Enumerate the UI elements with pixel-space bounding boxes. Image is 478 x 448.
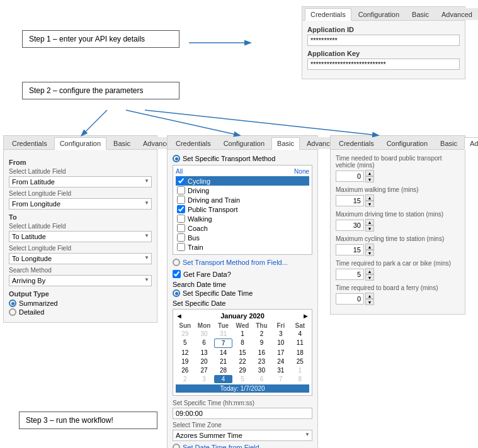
ferry-time-input[interactable] <box>336 293 364 305</box>
cal-day[interactable]: 29 <box>233 366 251 374</box>
transport-item-walking[interactable]: Walking <box>176 214 309 223</box>
cal-day[interactable]: 23 <box>253 357 271 366</box>
max-cycle-station-input[interactable] <box>336 244 364 255</box>
app-key-input[interactable] <box>307 59 460 70</box>
to-lng-select[interactable]: To Longitude <box>9 253 152 264</box>
tab-basic-right[interactable]: Basic <box>435 137 463 149</box>
cal-day[interactable]: 20 <box>195 357 213 366</box>
cal-day[interactable]: 18 <box>291 349 309 357</box>
specific-time-input[interactable] <box>173 408 312 419</box>
cal-day[interactable]: 10 <box>271 339 290 348</box>
tab-credentials-top[interactable]: Credentials <box>305 8 351 21</box>
transport-item-coach[interactable]: Coach <box>176 223 309 233</box>
cal-day[interactable]: 5 <box>233 375 251 383</box>
cal-day[interactable]: 29 <box>176 330 194 338</box>
max-walk-input[interactable] <box>336 195 364 206</box>
cal-day[interactable]: 3 <box>271 330 290 338</box>
park-time-down[interactable]: ▼ <box>365 274 374 281</box>
cal-day[interactable]: 21 <box>214 357 232 366</box>
cal-day[interactable]: 16 <box>253 349 271 357</box>
cal-day[interactable]: 7 <box>271 375 290 383</box>
tab-basic-top[interactable]: Basic <box>406 8 435 20</box>
bus-checkbox[interactable] <box>177 233 185 242</box>
coach-checkbox[interactable] <box>177 224 185 232</box>
max-cycle-station-up[interactable]: ▲ <box>365 244 374 250</box>
transport-item-driving-train[interactable]: Driving and Train <box>176 195 309 204</box>
walking-checkbox[interactable] <box>177 215 185 223</box>
tab-configuration-right[interactable]: Configuration <box>381 137 433 149</box>
detailed-radio[interactable] <box>9 308 16 316</box>
board-time-down[interactable]: ▼ <box>365 176 374 182</box>
driving-checkbox[interactable] <box>177 186 185 194</box>
transport-from-field-radio[interactable] <box>173 259 180 266</box>
tab-configuration-top[interactable]: Configuration <box>353 8 405 20</box>
tab-basic-left[interactable]: Basic <box>108 137 136 149</box>
tab-advanced-top[interactable]: Advanced <box>436 8 478 20</box>
max-walk-up[interactable]: ▲ <box>365 194 374 201</box>
cal-day[interactable]: 1 <box>233 330 251 338</box>
transport-item-cycling[interactable]: Cycling <box>176 176 309 186</box>
cal-day[interactable]: 27 <box>195 366 213 374</box>
from-lat-select[interactable]: From Latitude <box>9 176 152 188</box>
get-fare-checkbox[interactable] <box>173 270 181 278</box>
cal-day[interactable]: 19 <box>176 357 194 366</box>
cal-next-btn[interactable]: ► <box>302 312 309 320</box>
cal-prev-btn[interactable]: ◄ <box>176 312 183 320</box>
cal-day[interactable]: 8 <box>233 339 251 348</box>
tab-advanced-right[interactable]: Advanced <box>464 137 478 150</box>
max-drive-station-input[interactable] <box>336 220 364 231</box>
tab-credentials-right[interactable]: Credentials <box>333 137 380 149</box>
cal-day[interactable]: 5 <box>176 339 194 348</box>
ferry-time-down[interactable]: ▼ <box>365 299 374 305</box>
driving-train-checkbox[interactable] <box>177 196 185 204</box>
cal-day[interactable]: 24 <box>271 357 290 366</box>
from-lng-select[interactable]: From Longitude <box>9 198 152 210</box>
public-transport-checkbox[interactable] <box>177 205 185 213</box>
train-checkbox[interactable] <box>177 243 185 251</box>
set-from-field-link[interactable]: Set Transport Method from Field... <box>183 259 288 266</box>
cal-day[interactable]: 30 <box>195 330 213 338</box>
cal-day[interactable]: 2 <box>253 330 271 338</box>
set-specific-dt-radio[interactable] <box>173 289 180 297</box>
cal-day[interactable]: 11 <box>291 339 309 348</box>
cycling-checkbox[interactable] <box>177 177 185 185</box>
board-time-input[interactable] <box>336 171 364 182</box>
cal-day[interactable]: 31 <box>271 366 290 374</box>
time-zone-select[interactable]: Azores Summer Time <box>173 430 312 441</box>
search-method-select[interactable]: Arriving By <box>9 275 152 286</box>
none-link[interactable]: None <box>294 168 309 175</box>
cal-day-selected[interactable]: 7 <box>214 339 232 348</box>
cal-day[interactable]: 1 <box>291 366 309 374</box>
max-drive-station-up[interactable]: ▲ <box>365 219 374 225</box>
cal-day[interactable]: 6 <box>253 375 271 383</box>
ferry-time-up[interactable]: ▲ <box>365 293 374 299</box>
cal-day[interactable]: 2 <box>176 375 194 383</box>
cal-day[interactable]: 15 <box>233 349 251 357</box>
tab-credentials-left[interactable]: Credentials <box>6 137 53 149</box>
transport-item-train[interactable]: Train <box>176 242 309 252</box>
cal-day[interactable]: 12 <box>176 349 194 357</box>
cal-day[interactable]: 30 <box>253 366 271 374</box>
transport-item-bus[interactable]: Bus <box>176 233 309 242</box>
all-link[interactable]: All <box>176 168 183 175</box>
cal-day[interactable]: 26 <box>176 366 194 374</box>
cal-day-today[interactable]: 4 <box>214 375 232 383</box>
specific-transport-radio[interactable] <box>173 155 180 162</box>
park-time-input[interactable] <box>336 269 364 280</box>
cal-day[interactable]: 28 <box>214 366 232 374</box>
summarized-radio[interactable] <box>9 300 16 307</box>
tab-basic-mid[interactable]: Basic <box>271 137 300 150</box>
tab-credentials-mid[interactable]: Credentials <box>170 137 217 149</box>
set-dt-from-field-radio[interactable] <box>173 444 180 448</box>
app-id-input[interactable] <box>307 35 460 46</box>
tab-configuration-mid[interactable]: Configuration <box>218 137 270 149</box>
cal-day[interactable]: 22 <box>233 357 251 366</box>
cal-day[interactable]: 25 <box>291 357 309 366</box>
cal-day[interactable]: 31 <box>214 330 232 338</box>
cal-day[interactable]: 14 <box>214 349 232 357</box>
cal-day[interactable]: 17 <box>271 349 290 357</box>
cal-day[interactable]: 8 <box>291 375 309 383</box>
tab-configuration-left[interactable]: Configuration <box>54 137 106 150</box>
cal-day[interactable]: 3 <box>195 375 213 383</box>
max-walk-down[interactable]: ▼ <box>365 201 374 207</box>
